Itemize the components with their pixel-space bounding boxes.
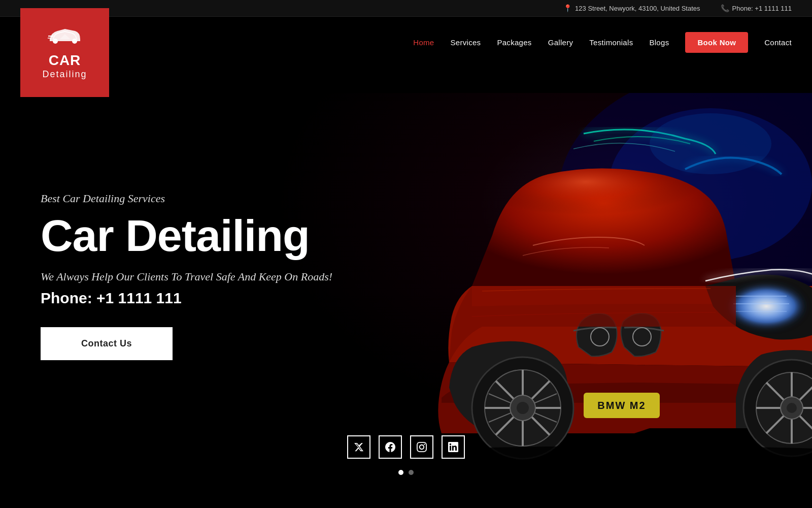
nav-testimonials[interactable]: Testimonials <box>589 38 633 47</box>
svg-point-7 <box>591 328 609 346</box>
location-icon: 📍 <box>563 4 572 12</box>
hero-tagline: We Always Help Our Clients To Travel Saf… <box>41 270 332 283</box>
phone-text: Phone: +1 1111 111 <box>732 5 792 12</box>
address-item: 📍 123 Street, Newyork, 43100, United Sta… <box>563 4 700 12</box>
hero-section: BMW M2 Best Car Detailing Services Car D… <box>0 68 812 484</box>
phone-item: 📞 Phone: +1 1111 111 <box>721 4 792 12</box>
svg-text:BMW M2: BMW M2 <box>597 400 646 411</box>
svg-point-0 <box>53 39 58 44</box>
instagram-icon[interactable] <box>410 435 433 459</box>
svg-point-32 <box>650 113 771 174</box>
book-now-button[interactable]: Book Now <box>685 32 748 53</box>
nav-contact[interactable]: Contact <box>764 38 792 47</box>
nav-services[interactable]: Services <box>450 38 481 47</box>
slider-dots <box>398 470 414 475</box>
facebook-icon[interactable] <box>379 435 402 459</box>
svg-point-22 <box>517 402 529 414</box>
social-bar <box>347 435 465 459</box>
main-nav: Home Services Packages Gallery Testimoni… <box>413 32 792 53</box>
nav-blogs[interactable]: Blogs <box>649 38 669 47</box>
address-text: 123 Street, Newyork, 43100, United State… <box>575 5 700 12</box>
top-bar: 📍 123 Street, Newyork, 43100, United Sta… <box>0 0 812 17</box>
svg-point-8 <box>633 328 651 346</box>
svg-point-30 <box>787 403 797 413</box>
logo-text: CAR Detailing <box>42 52 87 80</box>
svg-point-9 <box>726 283 807 329</box>
hero-car-visual: BMW M2 <box>279 93 812 464</box>
hero-title: Car Detailing <box>41 213 332 258</box>
linkedin-icon[interactable] <box>442 435 465 459</box>
logo-car-label: CAR <box>42 52 87 69</box>
logo-car-icon <box>47 25 83 50</box>
slider-dot-1[interactable] <box>398 470 403 475</box>
hero-subtitle: Best Car Detailing Services <box>41 192 332 205</box>
nav-packages[interactable]: Packages <box>497 38 531 47</box>
header: CAR Detailing Home Services Packages Gal… <box>0 17 812 68</box>
twitter-icon[interactable] <box>347 435 370 459</box>
svg-point-1 <box>72 39 77 44</box>
hero-content: Best Car Detailing Services Car Detailin… <box>0 192 332 360</box>
contact-us-button[interactable]: Contact Us <box>41 327 173 360</box>
logo[interactable]: CAR Detailing <box>20 8 109 97</box>
nav-home[interactable]: Home <box>413 38 434 47</box>
hero-phone: Phone: +1 1111 111 <box>41 290 332 307</box>
phone-icon: 📞 <box>721 4 729 12</box>
slider-dot-2[interactable] <box>409 470 414 475</box>
nav-gallery[interactable]: Gallery <box>548 38 573 47</box>
logo-detailing-label: Detailing <box>42 69 87 80</box>
